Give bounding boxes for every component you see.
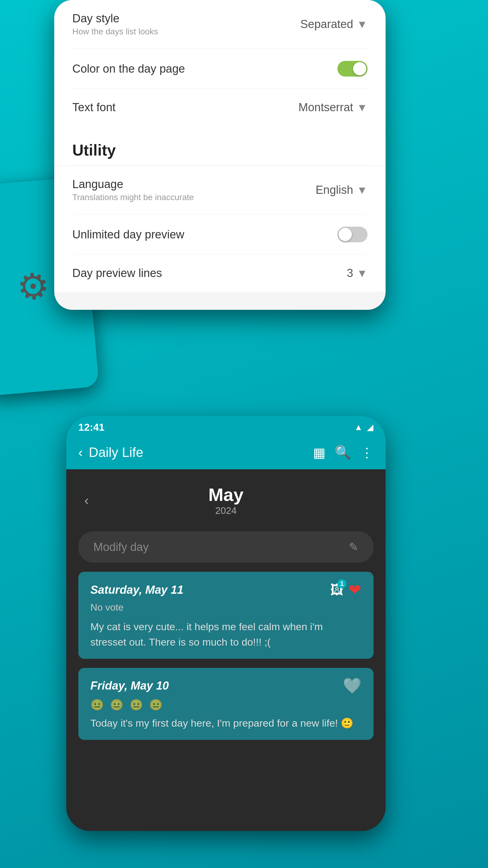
month-nav: ‹ May 2024 — [66, 469, 386, 525]
toolbar-icons: ▦ 🔍 ⋮ — [313, 444, 373, 460]
phone-app: 12:41 ▲ ◢ ‹ Daily Life ▦ 🔍 ⋮ ‹ May 2024 … — [66, 416, 386, 831]
status-icons: ▲ ◢ — [354, 422, 373, 432]
day-card-2-date: Friday, May 10 — [90, 679, 169, 692]
font-arrow: ▼ — [357, 101, 367, 114]
font-text: Montserrat — [298, 101, 353, 114]
language-value[interactable]: English ▼ — [316, 184, 367, 196]
back-button[interactable]: ‹ — [78, 445, 83, 460]
day-style-arrow: ▼ — [357, 18, 367, 31]
day-card-1-icons: 🖼 1 ❤ — [330, 581, 361, 599]
app-toolbar: ‹ Daily Life ▦ 🔍 ⋮ — [66, 438, 386, 469]
row-label-group-lang: Language Translations might be inaccurat… — [72, 178, 194, 202]
day-card-2-header: Friday, May 10 🤍 — [90, 677, 361, 694]
font-value[interactable]: Montserrat ▼ — [298, 101, 367, 114]
settings-row-day-style: Day style How the days list looks Separa… — [72, 0, 367, 49]
mood-icon-4: 😐 — [149, 699, 163, 711]
utility-title: Utility — [72, 141, 367, 159]
mood-icons: 😐 😐 😐 😐 — [90, 699, 361, 711]
month-name: May — [208, 484, 244, 505]
language-sublabel: Translations might be inaccurate — [72, 193, 194, 202]
toolbar-title: Daily Life — [89, 445, 307, 460]
preview-lines-value[interactable]: 3 ▼ — [347, 267, 367, 280]
day-card-2-content: Today it's my first day here, I'm prepar… — [90, 715, 361, 731]
settings-row-language: Language Translations might be inaccurat… — [72, 166, 367, 215]
row-label-group-unlimited: Unlimited day preview — [72, 228, 184, 241]
day-style-text: Separated — [300, 18, 353, 31]
status-bar: 12:41 ▲ ◢ — [66, 416, 386, 438]
unlimited-toggle-thumb — [338, 228, 352, 241]
color-label: Color on the day page — [72, 62, 185, 75]
preview-lines-text: 3 — [347, 267, 353, 280]
row-label-group-lines: Day preview lines — [72, 267, 162, 280]
color-toggle-thumb — [353, 62, 366, 75]
day-card-1-header: Saturday, May 11 🖼 1 ❤ — [90, 581, 361, 599]
day-style-value[interactable]: Separated ▼ — [300, 18, 367, 31]
month-back-arrow[interactable]: ‹ — [84, 493, 89, 508]
image-icon-wrap: 🖼 1 — [330, 582, 344, 597]
search-icon[interactable]: 🔍 — [335, 444, 351, 460]
chart-icon[interactable]: ▦ — [313, 445, 326, 460]
gear-icon: ⚙ — [15, 264, 51, 309]
day-card-1-vote: No vote — [90, 602, 361, 613]
day-style-label: Day style — [72, 12, 158, 25]
month-title: May 2024 — [208, 484, 244, 516]
language-label: Language — [72, 178, 194, 191]
mood-icon-1: 😐 — [90, 699, 104, 711]
wifi-icon: ▲ — [354, 423, 363, 432]
modify-day-bar[interactable]: Modify day ✎ — [78, 531, 373, 563]
day-card-1-date: Saturday, May 11 — [90, 584, 184, 596]
phone-settings: Day style How the days list looks Separa… — [54, 0, 386, 310]
mood-icon-2: 😐 — [110, 699, 124, 711]
utility-section-header: Utility — [54, 126, 386, 165]
mood-icon-3: 😐 — [130, 699, 143, 711]
settings-row-font: Text font Montserrat ▼ — [72, 89, 367, 126]
settings-card-top: Day style How the days list looks Separa… — [54, 0, 386, 126]
row-label-group: Day style How the days list looks — [72, 12, 158, 36]
settings-card-utility: Language Translations might be inaccurat… — [54, 166, 386, 292]
heart-filled-icon[interactable]: ❤ — [348, 581, 361, 599]
day-card-1[interactable]: Saturday, May 11 🖼 1 ❤ No vote My cat is… — [78, 572, 373, 659]
signal-icon: ◢ — [367, 422, 373, 432]
modify-day-edit-icon: ✎ — [349, 540, 358, 554]
day-card-2[interactable]: Friday, May 10 🤍 😐 😐 😐 😐 Today it's my f… — [78, 668, 373, 740]
row-label-group-font: Text font — [72, 101, 116, 114]
settings-row-color: Color on the day page — [72, 49, 367, 89]
preview-lines-label: Day preview lines — [72, 267, 162, 280]
status-time: 12:41 — [78, 421, 104, 433]
image-badge: 1 — [337, 579, 347, 588]
font-label: Text font — [72, 101, 116, 114]
language-text: English — [316, 184, 353, 196]
month-year: 2024 — [208, 505, 244, 516]
unlimited-toggle[interactable] — [337, 227, 367, 242]
settings-screen: Day style How the days list looks Separa… — [54, 0, 386, 310]
app-body: ‹ May 2024 Modify day ✎ Saturday, May 11… — [66, 469, 386, 831]
preview-lines-arrow: ▼ — [357, 267, 367, 280]
day-style-sublabel: How the days list looks — [72, 27, 158, 36]
day-card-1-content: My cat is very cute... it helps me feel … — [90, 619, 361, 650]
settings-row-preview-lines: Day preview lines 3 ▼ — [72, 255, 367, 292]
row-label-group-color: Color on the day page — [72, 62, 185, 75]
language-arrow: ▼ — [357, 184, 367, 196]
settings-row-unlimited: Unlimited day preview — [72, 215, 367, 255]
more-icon[interactable]: ⋮ — [360, 445, 373, 460]
modify-day-text: Modify day — [93, 541, 149, 554]
heart-outline-icon[interactable]: 🤍 — [343, 677, 361, 694]
color-toggle[interactable] — [337, 61, 367, 76]
unlimited-label: Unlimited day preview — [72, 228, 184, 241]
